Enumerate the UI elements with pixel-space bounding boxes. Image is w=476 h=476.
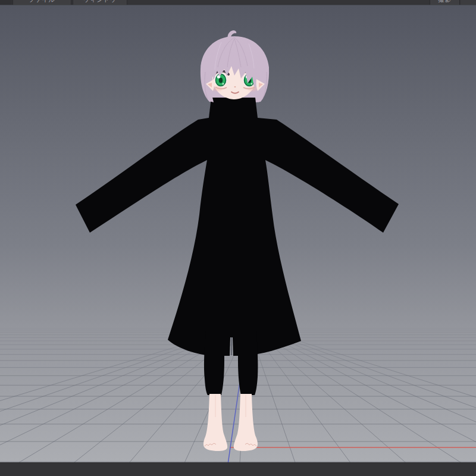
menu-bar-right-spacer — [461, 0, 476, 5]
character-collar — [209, 98, 258, 118]
capture-button-label: 撮影 — [430, 0, 459, 4]
menu-tab-file[interactable]: ファイル — [12, 0, 71, 5]
bottom-status-bar — [0, 462, 476, 476]
viewport-3d[interactable] — [0, 5, 476, 463]
menu-tab-window-label: ウィンドウ — [73, 0, 127, 4]
menu-bar-left-spacer — [0, 0, 12, 5]
character-feet — [203, 394, 258, 451]
menu-tab-window[interactable]: ウィンドウ — [73, 0, 127, 5]
app-window: ファイル ウィンドウ 撮影 — [0, 0, 476, 476]
top-menu-bar: ファイル ウィンドウ 撮影 — [0, 0, 476, 5]
character-model — [0, 5, 476, 463]
menu-tab-file-label: ファイル — [13, 0, 71, 4]
character-nose — [234, 86, 236, 87]
character-coat — [76, 118, 399, 356]
capture-button[interactable]: 撮影 — [430, 0, 460, 5]
